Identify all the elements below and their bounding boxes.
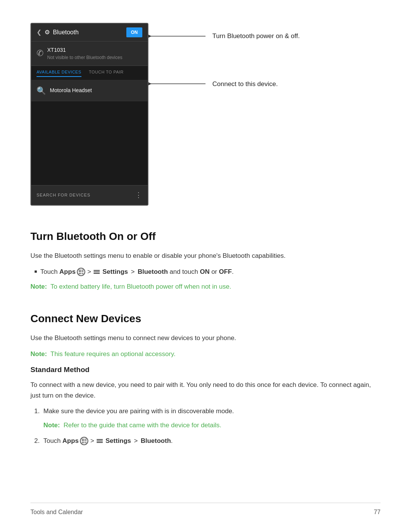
step2-hamburger-icon (97, 439, 103, 443)
bluetooth-title: Bluetooth (53, 28, 79, 37)
device-info-text: XT1031 Not visible to other Bluetooth de… (47, 46, 122, 61)
headset-name: Motorola Headset (50, 86, 92, 94)
note-bluetooth-off: Note: To extend battery life, turn Bluet… (30, 281, 381, 292)
footer-label: Tools and Calendar (30, 508, 83, 517)
phone-device-info: ✆ XT1031 Not visible to other Bluetooth … (31, 42, 148, 66)
instr-or: or (210, 266, 219, 278)
step-2: 2. Touch Apps > (34, 436, 381, 446)
s2dot9 (85, 442, 86, 443)
hamburger-line2 (94, 272, 100, 272)
hamburger-line1 (94, 270, 100, 271)
step2-settings-bold: Settings (104, 436, 131, 446)
subsection-standard-method: Standard Method (30, 364, 381, 375)
hamburger-icon (94, 270, 100, 274)
note-accessory: Note: This feature requires an optional … (30, 349, 381, 359)
phone-header-left: ❮ ⚙ Bluetooth (37, 28, 79, 37)
svg-marker-3 (148, 82, 151, 85)
annotation-line-top-svg (148, 32, 209, 40)
note-label-3: Note: (43, 422, 60, 429)
dot1 (79, 270, 80, 271)
arrow1: > (88, 266, 91, 278)
step2-apps-grid-inner (82, 439, 86, 443)
section-body-connect: Use the Bluetooth settings menu to conne… (30, 333, 381, 343)
tab-touch-to-pair[interactable]: TOUCH TO PAIR (89, 69, 124, 77)
note-body-2: This feature requires an optional access… (51, 350, 176, 358)
s2dot3 (85, 439, 86, 440)
s2dot4 (82, 440, 83, 441)
instr-bluetooth-bold: Bluetooth (138, 266, 168, 278)
step-2-content: Touch Apps > (43, 436, 173, 446)
step2-period: . (171, 436, 173, 446)
step2-arrow2: > (132, 436, 139, 446)
instr-settings-bold: Settings (101, 266, 128, 278)
step-2-num: 2. (34, 436, 43, 446)
svg-marker-1 (148, 35, 151, 38)
available-devices-tabs: AVAILABLE DEVICES TOUCH TO PAIR (37, 69, 142, 77)
s2dot5 (83, 440, 84, 441)
s2dot7 (82, 442, 83, 443)
s2h-line2 (97, 441, 103, 441)
gear-icon: ⚙ (45, 28, 50, 37)
instr-off-bold: OFF (219, 266, 232, 278)
note-label-1: Note: (30, 283, 47, 290)
phone-ui: ❮ ⚙ Bluetooth ON ✆ XT1031 Not visible to… (30, 23, 148, 206)
dot9 (82, 273, 83, 274)
device-name: XT1031 (47, 46, 122, 54)
dot2 (80, 270, 81, 271)
dot7 (79, 273, 80, 274)
arrow2: > (129, 266, 136, 278)
headset-row[interactable]: 🔍 Motorola Headset (31, 80, 148, 101)
step-1: 1. Make sure the device you are pairing … (34, 406, 381, 416)
step2-arrow1: > (91, 436, 94, 446)
note-label-2: Note: (30, 350, 47, 358)
instr-touch-label: Touch (40, 266, 59, 278)
search-for-devices-label[interactable]: SEARCH FOR DEVICES (37, 192, 90, 198)
annotation-line-bottom-svg (148, 80, 209, 88)
s2dot2 (83, 439, 84, 440)
section-title-bluetooth: Turn Bluetooth On or Off (30, 228, 381, 244)
bullet-icon: ■ (34, 268, 37, 276)
phone-icon: ✆ (37, 47, 43, 59)
phone-empty-area (31, 101, 148, 185)
s2dot8 (83, 442, 84, 443)
on-toggle[interactable]: ON (126, 27, 142, 37)
apps-grid-inner (79, 270, 83, 274)
subsection-body: To connect with a new device, you need t… (30, 380, 381, 400)
s2h-line3 (97, 442, 103, 443)
annotation-bottom: Connect to this device. (148, 79, 381, 89)
annotation-bottom-text: Connect to this device. (212, 79, 278, 89)
instr-suffix1: and touch (168, 266, 200, 278)
annotation-top-text: Turn Bluetooth power on & off. (212, 31, 300, 41)
section-title-connect: Connect New Devices (30, 311, 381, 327)
dot6 (82, 271, 83, 272)
hamburger-line3 (94, 273, 100, 274)
page-footer: Tools and Calendar 77 (30, 503, 381, 517)
step2-touch: Touch (43, 436, 62, 446)
instruction-line-1: ■ Touch Apps > Settings > (34, 266, 381, 278)
step2-apps-grid-icon (80, 437, 88, 445)
device-status: Not visible to other Bluetooth devices (47, 54, 122, 61)
dot4 (79, 271, 80, 272)
note-step1: Note: Refer to the guide that came with … (43, 420, 381, 430)
dot5 (80, 271, 81, 272)
step-1-text: Make sure the device you are pairing wit… (43, 406, 234, 416)
s2h-line1 (97, 439, 103, 440)
instr-apps-bold: Apps (59, 266, 76, 278)
annotation-top: Turn Bluetooth power on & off. (148, 31, 381, 41)
available-devices-header: AVAILABLE DEVICES TOUCH TO PAIR (31, 66, 148, 80)
note-body-1: To extend battery life, turn Bluetooth p… (51, 283, 231, 290)
note-body-3: Refer to the guide that came with the de… (64, 422, 221, 429)
dot8 (80, 273, 81, 274)
instr-on-bold: ON (200, 266, 210, 278)
three-dots-menu[interactable]: ⋮ (135, 190, 142, 200)
instr-period1: . (232, 266, 234, 278)
section-connect-new-devices: Connect New Devices Use the Bluetooth se… (30, 311, 381, 446)
headset-search-icon: 🔍 (37, 85, 46, 96)
step-1-num: 1. (34, 406, 43, 416)
dot3 (82, 270, 83, 271)
section-body-bluetooth: Use the Bluetooth settings menu to enabl… (30, 251, 381, 261)
step2-apps-bold: Apps (62, 436, 79, 446)
tab-available-devices[interactable]: AVAILABLE DEVICES (37, 69, 81, 77)
section-turn-bluetooth: Turn Bluetooth On or Off Use the Bluetoo… (30, 228, 381, 292)
phone-footer: SEARCH FOR DEVICES ⋮ (31, 185, 148, 205)
